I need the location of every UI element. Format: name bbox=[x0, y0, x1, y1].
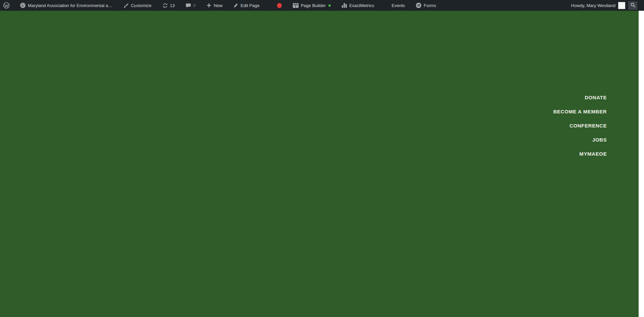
comments-count: 0 bbox=[193, 3, 196, 8]
edit-page-label: Edit Page bbox=[240, 3, 259, 8]
exactmetrics-label: ExactMetrics bbox=[349, 3, 374, 8]
green-status-dot-icon bbox=[328, 4, 331, 7]
my-account-menu[interactable]: Howdy, Mary Westland bbox=[568, 0, 628, 11]
events-label: Events bbox=[392, 3, 405, 8]
customize-menu[interactable]: Customize bbox=[120, 0, 154, 11]
nav-item-jobs[interactable]: JOBS bbox=[592, 133, 607, 147]
record-menu[interactable] bbox=[274, 0, 285, 11]
red-record-dot-icon bbox=[277, 3, 282, 8]
nav-item-become-a-member[interactable]: BECOME A MEMBER bbox=[553, 105, 607, 119]
nav-item-mymaeoe[interactable]: MYMAEOE bbox=[579, 147, 607, 161]
site-nav-menu: DONATE BECOME A MEMBER CONFERENCE JOBS M… bbox=[553, 91, 607, 161]
user-avatar bbox=[618, 2, 625, 9]
comments-menu[interactable]: 0 bbox=[182, 0, 199, 11]
site-name-menu[interactable]: Maryland Association for Environmental a… bbox=[17, 0, 115, 11]
wp-admin-bar: Maryland Association for Environmental a… bbox=[0, 0, 644, 11]
forms-label: Forms bbox=[424, 3, 436, 8]
page-builder-label: Page Builder bbox=[301, 3, 326, 8]
howdy-label: Howdy, Mary Westland bbox=[571, 3, 615, 8]
paintbrush-icon bbox=[123, 3, 129, 8]
grid-table-icon bbox=[292, 3, 299, 8]
gravity-forms-icon bbox=[416, 2, 422, 8]
update-arrows-icon bbox=[162, 3, 168, 8]
pencil-icon bbox=[233, 3, 238, 8]
screen: Maryland Association for Environmental a… bbox=[0, 0, 644, 317]
new-content-menu[interactable]: New bbox=[203, 0, 225, 11]
search-icon bbox=[630, 2, 636, 9]
page-builder-menu[interactable]: Page Builder bbox=[289, 0, 334, 11]
bar-chart-icon bbox=[341, 3, 347, 8]
site-page-body: DONATE BECOME A MEMBER CONFERENCE JOBS M… bbox=[0, 11, 639, 317]
admin-bar-left-group: Maryland Association for Environmental a… bbox=[0, 0, 439, 11]
nav-item-donate[interactable]: DONATE bbox=[585, 91, 607, 105]
exactmetrics-menu[interactable]: ExactMetrics bbox=[338, 0, 377, 11]
events-menu[interactable]: Events bbox=[389, 0, 408, 11]
scrollbar-track[interactable] bbox=[639, 11, 644, 317]
edit-page-menu[interactable]: Edit Page bbox=[230, 0, 262, 11]
site-favicon-icon bbox=[20, 2, 26, 8]
forms-menu[interactable]: Forms bbox=[413, 0, 439, 11]
plus-icon bbox=[206, 3, 212, 8]
comment-bubble-icon bbox=[185, 3, 191, 8]
nav-item-conference[interactable]: CONFERENCE bbox=[570, 119, 607, 133]
customize-label: Customize bbox=[131, 3, 151, 8]
site-name-label: Maryland Association for Environmental a… bbox=[28, 3, 112, 8]
new-label: New bbox=[214, 3, 222, 8]
admin-search-button[interactable] bbox=[628, 1, 637, 10]
admin-bar-right-group: Howdy, Mary Westland bbox=[568, 0, 644, 11]
updates-menu[interactable]: 13 bbox=[159, 0, 178, 11]
wordpress-icon bbox=[3, 2, 10, 9]
updates-count: 13 bbox=[170, 3, 175, 8]
wp-logo-menu[interactable] bbox=[0, 0, 13, 11]
